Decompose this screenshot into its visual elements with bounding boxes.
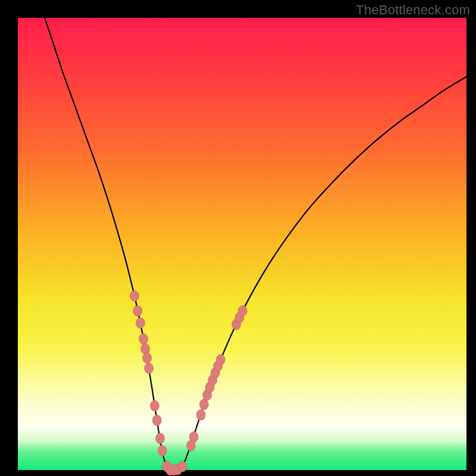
curve-marker bbox=[158, 445, 167, 456]
curve-marker bbox=[145, 363, 154, 374]
plot-background bbox=[18, 18, 466, 470]
curve-marker bbox=[136, 318, 145, 328]
curve-marker bbox=[152, 415, 161, 425]
curve-marker bbox=[150, 400, 159, 411]
curve-marker bbox=[133, 305, 142, 316]
watermark-text: TheBottleneck.com bbox=[356, 2, 470, 18]
curve-marker bbox=[238, 305, 247, 316]
curve-marker bbox=[196, 409, 205, 420]
curve-marker bbox=[130, 290, 139, 301]
curve-marker bbox=[139, 334, 148, 345]
curve-marker bbox=[189, 432, 198, 443]
chart-stage: TheBottleneck.com bbox=[0, 0, 476, 476]
bottleneck-chart bbox=[0, 0, 476, 476]
curve-marker bbox=[216, 355, 225, 365]
curve-marker bbox=[143, 353, 152, 364]
curve-marker bbox=[199, 399, 208, 410]
curve-marker bbox=[156, 433, 165, 444]
curve-marker bbox=[178, 461, 187, 472]
